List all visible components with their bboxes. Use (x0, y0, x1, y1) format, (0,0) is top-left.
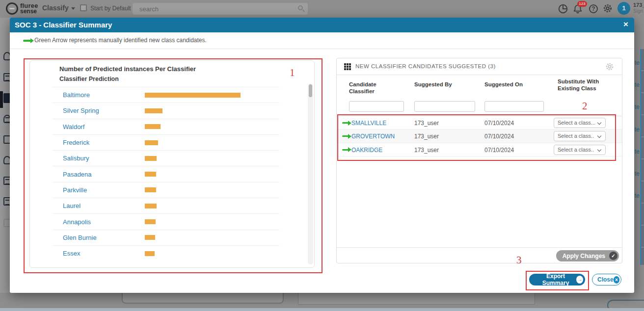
filter-candidate-input[interactable] (349, 101, 404, 112)
chart-row: Annapolis (53, 213, 279, 229)
chart-row: Essex (53, 245, 279, 261)
chart-row: Waldorf (53, 119, 279, 134)
bg-bottom-content: 07/09/2024 07/10/2024 (0, 293, 644, 311)
classifier-label[interactable]: Salisbury (53, 155, 145, 162)
note-text: Green Arrow represents manually identifi… (34, 37, 207, 44)
bg-text-fragment: te (635, 104, 640, 110)
bg-footer-strip (0, 308, 644, 311)
class-select-dropdown[interactable]: Select a class.. (554, 145, 606, 155)
suggested-on-cell: 07/10/2024 (484, 120, 514, 127)
class-select-dropdown[interactable]: Select a class... (554, 118, 606, 128)
classifier-label[interactable]: Laurel (53, 202, 145, 209)
filter-suggested-by-input[interactable] (414, 101, 475, 112)
suggested-on-cell: 07/10/2024 (484, 147, 514, 154)
panel-gear-icon[interactable] (605, 62, 614, 73)
app-sidebar (0, 18, 10, 311)
document-icon[interactable] (3, 135, 10, 144)
search-icon (298, 5, 303, 10)
notifications-bell-icon[interactable]: 123 (572, 3, 583, 14)
chart-row: Frederick (53, 134, 279, 150)
green-arrow-icon (23, 40, 31, 42)
bar[interactable] (145, 187, 156, 192)
bg-text-fragment: te (635, 59, 640, 66)
green-arrow-icon (342, 149, 349, 151)
brand-logo[interactable]: fluree sense (6, 2, 38, 15)
sign-text: Sign (633, 8, 644, 14)
classifier-label[interactable]: Waldorf (53, 123, 145, 130)
panel-title: NEW CLASSIFIER CANDIDATES SUGGESTED (3) (355, 63, 496, 69)
settings-gear-icon[interactable] (603, 3, 614, 14)
classifier-label[interactable]: Silver Spring (53, 107, 145, 114)
bar[interactable] (145, 108, 162, 113)
table-row: SMALLVILLE173_user07/10/2024Select a cla… (337, 116, 622, 130)
bg-text-fragment: te (635, 170, 640, 177)
annotation-number-3: 3 (516, 254, 522, 266)
export-summary-button[interactable]: Export Summary → (529, 274, 585, 285)
avatar[interactable]: 1 (617, 2, 630, 15)
book-icon[interactable] (3, 156, 10, 164)
col-substitute-class: Substitute With Existing Class (558, 78, 613, 92)
annotation-number-2: 2 (582, 100, 588, 112)
bar[interactable] (145, 140, 158, 145)
chart-row: Laurel (53, 198, 279, 213)
green-arrow-icon (342, 122, 349, 124)
bar[interactable] (145, 124, 161, 129)
close-button[interactable]: Close × (592, 274, 621, 285)
gear-icon[interactable] (3, 219, 10, 227)
candidate-name-link[interactable]: GROVERTOWN (351, 133, 395, 140)
bar[interactable] (145, 156, 157, 161)
classifier-label[interactable]: Glen Burnie (53, 234, 145, 241)
pie-chart-icon[interactable] (558, 3, 568, 14)
classifier-label[interactable]: Annapolis (53, 218, 145, 226)
class-select-dropdown[interactable]: Select a class.. (554, 131, 606, 141)
chart-title: Number of Predicted instances Per Classi… (59, 65, 196, 73)
bar[interactable] (145, 172, 156, 177)
checklist-icon[interactable] (3, 177, 10, 185)
col-suggested-on: Suggested On (484, 81, 523, 88)
table-filter-row (337, 98, 622, 116)
bg-text-fragment: te (635, 192, 640, 199)
classifier-label[interactable]: Baltimore (53, 91, 145, 99)
scrollbar-thumb[interactable] (309, 84, 312, 97)
chart-row: Salisbury (53, 150, 279, 166)
bar[interactable] (145, 219, 156, 224)
user-menu[interactable]: 173_u Sign (633, 2, 644, 14)
search-bar[interactable] (133, 3, 308, 15)
filter-suggested-on-input[interactable] (484, 101, 544, 112)
classifier-label[interactable]: Frederick (53, 139, 145, 146)
classifier-label[interactable]: Pasadena (53, 171, 145, 178)
bar-track (145, 140, 279, 145)
classifier-summary-modal: SOC 3 - Classifier Summary × Green Arrow… (10, 18, 634, 293)
kanban-icon[interactable] (3, 197, 10, 206)
export-icon: → (576, 276, 583, 284)
active-item-indicator (0, 91, 3, 108)
bar-track (145, 204, 279, 208)
suggested-by-cell: 173_user (414, 120, 439, 127)
help-icon[interactable]: ? (589, 4, 600, 15)
bar[interactable] (145, 204, 157, 208)
candidate-name-link[interactable]: SMALLVILLE (351, 120, 386, 127)
app-topbar: fluree sense Classify Start by Default 1… (0, 0, 644, 18)
candidate-name-link[interactable]: OAKRIDGE (351, 147, 382, 154)
table-icon[interactable] (3, 73, 10, 81)
bar[interactable] (145, 251, 155, 256)
apply-changes-button[interactable]: Apply Changes ✓ (556, 250, 619, 261)
chart-row: Parkville (53, 182, 279, 198)
modal-close-icon[interactable]: × (623, 20, 628, 29)
database-icon[interactable] (3, 115, 10, 123)
start-by-default-label: Start by Default (90, 5, 131, 12)
bar-track (145, 219, 279, 224)
sidebar-item-active-icon[interactable] (3, 93, 10, 103)
chart-scrollbar[interactable] (308, 83, 313, 264)
nav-classify-dropdown[interactable]: Classify (42, 4, 75, 12)
bar[interactable] (145, 235, 155, 240)
bg-right-column (640, 49, 644, 265)
search-input[interactable] (139, 3, 287, 15)
classifier-label[interactable]: Essex (53, 250, 145, 257)
panel-header: NEW CLASSIFIER CANDIDATES SUGGESTED (3) (337, 58, 622, 75)
bar[interactable] (145, 93, 241, 98)
table-row: GROVERTOWN173_user07/10/2024Select a cla… (337, 130, 622, 143)
classifier-label[interactable]: Parkville (53, 186, 145, 194)
home-icon[interactable] (3, 52, 10, 60)
start-by-default-checkbox[interactable] (80, 4, 87, 11)
